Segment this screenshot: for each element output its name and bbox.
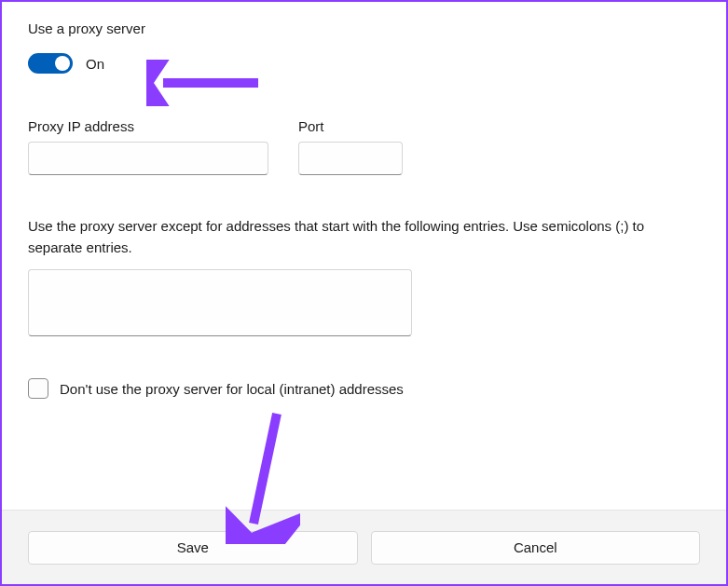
dialog-footer: Save Cancel (2, 510, 726, 584)
proxy-ip-label: Proxy IP address (28, 118, 268, 134)
proxy-toggle-row: On (28, 53, 700, 74)
svg-line-1 (254, 414, 277, 524)
exceptions-label: Use the proxy server except for addresse… (28, 216, 699, 258)
proxy-toggle-label: On (86, 56, 104, 72)
local-bypass-checkbox[interactable] (28, 378, 48, 399)
proxy-ip-input[interactable] (28, 142, 268, 175)
proxy-toggle[interactable] (28, 53, 73, 74)
cancel-button[interactable]: Cancel (371, 531, 701, 565)
port-input[interactable] (298, 142, 403, 175)
local-bypass-row: Don't use the proxy server for local (in… (28, 378, 700, 399)
exceptions-input[interactable] (28, 269, 412, 336)
port-label: Port (298, 118, 403, 134)
toggle-knob (55, 56, 70, 71)
section-title: Use a proxy server (28, 20, 700, 36)
save-button[interactable]: Save (28, 531, 358, 565)
local-bypass-label: Don't use the proxy server for local (in… (60, 381, 404, 397)
